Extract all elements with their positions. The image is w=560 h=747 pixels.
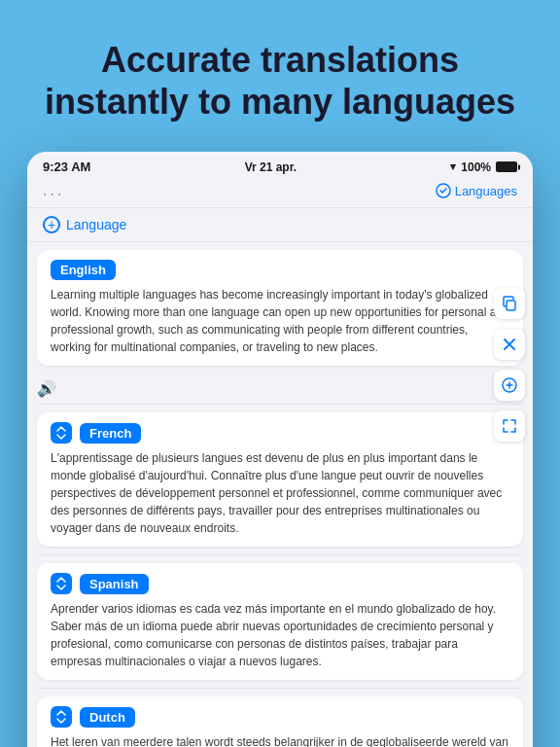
status-date: Vr 21 apr. (245, 160, 297, 174)
divider-1 (37, 404, 523, 405)
status-right: ▾ 100% (450, 160, 517, 174)
status-bar: 9:23 AM Vr 21 apr. ▾ 100% (27, 152, 533, 178)
add-button[interactable] (494, 370, 525, 401)
side-actions (494, 288, 525, 442)
translation-card-spanish: Spanish Aprender varios idiomas es cada … (37, 563, 523, 680)
lang-badge-spanish: Spanish (80, 574, 149, 594)
arrows-swap-icon-3 (54, 710, 68, 724)
card-header-spanish: Spanish (51, 573, 509, 594)
card-text-french: L'apprentissage de plusieurs langues est… (51, 449, 509, 537)
speaker-icon: 🔊 (37, 379, 56, 398)
languages-button[interactable]: Languages (436, 183, 517, 198)
card-header-french: French (51, 422, 509, 444)
arrows-swap-icon-2 (54, 577, 68, 590)
card-text-spanish: Aprender varios idiomas es cada vez más … (51, 600, 509, 670)
svg-rect-1 (507, 301, 515, 310)
translation-card-english: English Learning multiple languages has … (37, 250, 523, 366)
wifi-icon: ▾ (450, 160, 456, 173)
battery-percent: 100% (461, 160, 491, 174)
battery-icon (496, 161, 517, 172)
hero-section: Accurate translations instantly to many … (0, 0, 560, 152)
close-button[interactable] (494, 329, 525, 360)
add-language-label: Language (66, 217, 126, 232)
hero-title: Accurate translations instantly to many … (29, 39, 531, 123)
top-bar: ... Languages (27, 178, 533, 208)
copy-icon (502, 296, 517, 311)
lang-badge-french: French (80, 423, 141, 444)
expand-button[interactable] (494, 410, 525, 442)
add-language-button[interactable]: + Language (43, 216, 517, 233)
translation-card-dutch: Dutch Het leren van meerdere talen wordt… (37, 696, 523, 747)
arrows-swap-icon (54, 426, 68, 440)
checkmark-circle-icon (436, 183, 451, 198)
add-language-row[interactable]: + Language (27, 208, 533, 242)
card-header-english: English (51, 260, 509, 280)
card-text-english: Learning multiple languages has become i… (51, 286, 509, 356)
card-header-dutch: Dutch (51, 706, 509, 728)
close-icon (504, 338, 515, 350)
phone-container: 9:23 AM Vr 21 apr. ▾ 100% ... Languages … (27, 152, 533, 747)
dots-menu-icon[interactable]: ... (43, 182, 64, 199)
expand-icon (503, 419, 516, 433)
swap-icon-spanish[interactable] (51, 573, 72, 594)
add-icon (502, 377, 517, 393)
speaker-row[interactable]: 🔊 (27, 374, 533, 404)
status-time: 9:23 AM (43, 160, 90, 174)
scroll-content: English Learning multiple languages has … (27, 242, 533, 747)
translation-card-french: French L'apprentissage de plusieurs lang… (37, 412, 523, 547)
card-text-dutch: Het leren van meerdere talen wordt steed… (51, 733, 509, 747)
lang-badge-dutch: Dutch (80, 707, 135, 728)
divider-3 (37, 688, 523, 689)
plus-circle-icon: + (43, 216, 60, 233)
languages-label: Languages (455, 184, 517, 198)
copy-button[interactable] (494, 288, 525, 319)
divider-2 (37, 554, 523, 555)
swap-icon-dutch[interactable] (51, 706, 72, 728)
lang-badge-english: English (51, 260, 116, 280)
swap-icon-french[interactable] (51, 422, 72, 444)
